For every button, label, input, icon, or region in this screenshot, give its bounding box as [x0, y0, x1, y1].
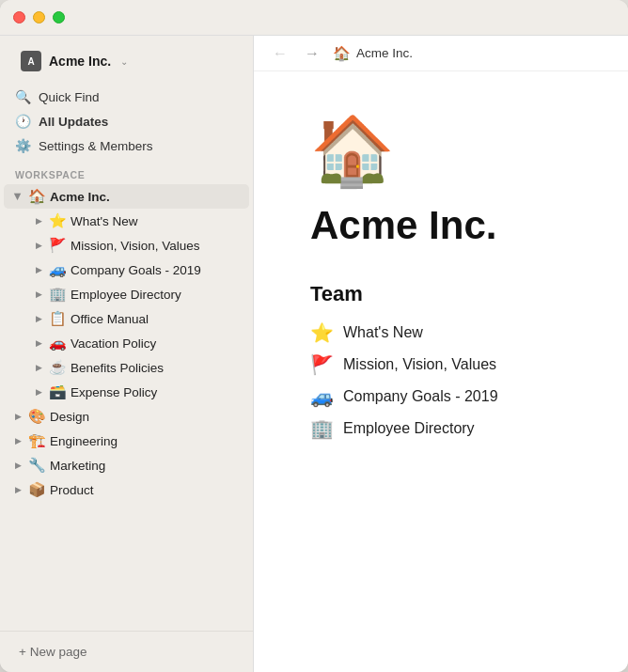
- sidebar-item-benefits[interactable]: ▶ ☕ Benefits Policies: [24, 355, 249, 380]
- sidebar-item-employee-dir[interactable]: ▶ 🏢 Employee Directory: [24, 282, 249, 306]
- sidebar-nav: 🔍 Quick Find 🕐 All Updates ⚙️ Settings &…: [0, 83, 253, 160]
- main-content: ← → 🏠 Acme Inc. 🏠 Acme Inc. Team ⭐ What'…: [254, 36, 628, 672]
- sidebar: A Acme Inc. ⌄ 🔍 Quick Find 🕐 All Updates…: [0, 36, 254, 672]
- sidebar-header: A Acme Inc. ⌄: [0, 36, 253, 83]
- maximize-button[interactable]: [53, 11, 65, 23]
- main-toolbar: ← → 🏠 Acme Inc.: [254, 36, 628, 71]
- chevron-icon: ▶: [11, 412, 24, 421]
- clock-icon: 🕐: [15, 114, 31, 129]
- team-list-item: 🏢 Employee Directory: [310, 417, 572, 440]
- breadcrumb-icon: 🏠: [333, 45, 351, 62]
- team-list-item: 🚙 Company Goals - 2019: [310, 385, 572, 408]
- sidebar-item-quick-find[interactable]: 🔍 Quick Find: [8, 85, 245, 109]
- minimize-button[interactable]: [33, 11, 45, 23]
- sidebar-item-mission[interactable]: ▶ 🚩 Mission, Vision, Values: [24, 233, 249, 258]
- sidebar-item-expense-policy[interactable]: ▶ 🗃️ Expense Policy: [24, 380, 249, 404]
- chevron-icon: ▶: [32, 314, 45, 323]
- acme-emoji: 🏠: [28, 188, 46, 205]
- gear-icon: ⚙️: [15, 138, 31, 153]
- team-item-emoji: ⭐: [310, 321, 334, 344]
- search-icon: 🔍: [15, 89, 31, 104]
- sidebar-item-settings[interactable]: ⚙️ Settings & Members: [8, 133, 245, 158]
- team-item-label: Mission, Vision, Values: [343, 356, 496, 373]
- workspace-title[interactable]: A Acme Inc. ⌄: [13, 45, 240, 77]
- chevron-icon: ▶: [32, 289, 45, 299]
- sidebar-item-acme-label: Acme Inc.: [50, 190, 242, 204]
- sidebar-item-engineering[interactable]: ▶ 🏗️ Engineering: [4, 429, 249, 453]
- page-icon: 🏠: [310, 117, 572, 184]
- chevron-icon: ▶: [32, 216, 45, 226]
- new-page-label: + New page: [19, 645, 86, 659]
- chevron-icon: ▶: [32, 241, 45, 250]
- chevron-icon: ▶: [32, 265, 45, 274]
- team-item-label: Employee Directory: [343, 420, 475, 437]
- sidebar-tree: ▶ 🏠 Acme Inc. ▶ ⭐ What's New ▶ 🚩 Mission…: [0, 184, 253, 502]
- team-heading: Team: [310, 282, 572, 306]
- chevron-down-icon: ▶: [13, 190, 23, 203]
- team-list-item: 🚩 Mission, Vision, Values: [310, 353, 572, 376]
- team-list-item: ⭐ What's New: [310, 321, 572, 344]
- sidebar-item-whats-new[interactable]: ▶ ⭐ What's New: [24, 209, 249, 233]
- close-button[interactable]: [13, 11, 25, 23]
- team-item-emoji: 🚙: [310, 385, 334, 408]
- team-item-emoji: 🏢: [310, 417, 334, 440]
- team-list: ⭐ What's New 🚩 Mission, Vision, Values 🚙…: [310, 321, 572, 440]
- chevron-icon: ▶: [11, 436, 24, 445]
- sidebar-item-company-goals[interactable]: ▶ 🚙 Company Goals - 2019: [24, 258, 249, 282]
- sidebar-item-vacation-policy[interactable]: ▶ 🚗 Vacation Policy: [24, 331, 249, 355]
- content-area: A Acme Inc. ⌄ 🔍 Quick Find 🕐 All Updates…: [0, 36, 628, 672]
- workspace-section-label: WORKSPACE: [0, 160, 253, 184]
- sidebar-item-acme-inc[interactable]: ▶ 🏠 Acme Inc.: [4, 184, 249, 209]
- chevron-icon: ▶: [32, 387, 45, 397]
- sidebar-item-design[interactable]: ▶ 🎨 Design: [4, 404, 249, 429]
- page-title: Acme Inc.: [310, 203, 572, 248]
- breadcrumb-text: Acme Inc.: [356, 46, 413, 60]
- titlebar: [0, 0, 628, 36]
- forward-button[interactable]: →: [301, 43, 323, 64]
- chevron-icon: ▶: [32, 363, 45, 372]
- workspace-logo: A: [21, 51, 41, 71]
- sidebar-footer: + New page: [0, 631, 253, 672]
- sidebar-item-office-manual[interactable]: ▶ 📋 Office Manual: [24, 306, 249, 331]
- workspace-name: Acme Inc.: [49, 54, 111, 69]
- team-item-emoji: 🚩: [310, 353, 334, 376]
- page-body: 🏠 Acme Inc. Team ⭐ What's New 🚩 Mission,…: [254, 71, 628, 672]
- app-window: A Acme Inc. ⌄ 🔍 Quick Find 🕐 All Updates…: [0, 0, 628, 672]
- team-item-label: Company Goals - 2019: [343, 388, 498, 405]
- sidebar-item-product[interactable]: ▶ 📦 Product: [4, 477, 249, 502]
- back-button[interactable]: ←: [269, 43, 291, 64]
- chevron-icon: ▶: [32, 338, 45, 348]
- acme-children: ▶ ⭐ What's New ▶ 🚩 Mission, Vision, Valu…: [4, 209, 249, 404]
- new-page-button[interactable]: + New page: [11, 639, 242, 664]
- breadcrumb: 🏠 Acme Inc.: [333, 45, 413, 62]
- sidebar-item-all-updates[interactable]: 🕐 All Updates: [8, 109, 245, 133]
- team-item-label: What's New: [343, 324, 423, 341]
- workspace-chevron-icon: ⌄: [120, 56, 128, 67]
- chevron-icon: ▶: [11, 461, 24, 470]
- chevron-icon: ▶: [11, 485, 24, 494]
- sidebar-item-marketing[interactable]: ▶ 🔧 Marketing: [4, 453, 249, 477]
